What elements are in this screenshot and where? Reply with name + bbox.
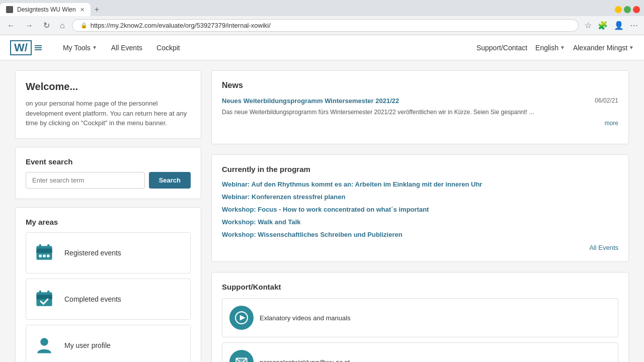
search-input[interactable] xyxy=(26,172,145,189)
program-item-2[interactable]: Workshop: Focus - How to work concentrat… xyxy=(222,206,618,213)
svg-rect-4 xyxy=(39,254,42,257)
welcome-title: Welcome... xyxy=(26,81,191,93)
all-events-link[interactable]: All Events xyxy=(589,244,618,251)
news-item-title[interactable]: Neues Weiterbildungsprogramm Wintersemes… xyxy=(222,97,399,105)
play-icon xyxy=(235,311,248,324)
forward-button[interactable]: → xyxy=(22,20,36,31)
logo-line-2 xyxy=(35,47,42,48)
user-menu[interactable]: Alexander Mingst ▼ xyxy=(573,44,634,52)
extensions-button[interactable]: 🧩 xyxy=(596,20,610,31)
logo-text: W/ xyxy=(10,40,32,55)
tab-favicon xyxy=(6,6,13,13)
header-right: Support/Contact English ▼ Alexander Ming… xyxy=(476,44,634,52)
support-card: Support/Kontakt Exlanatory videos and ma… xyxy=(211,272,629,362)
more-options-button[interactable]: ⋯ xyxy=(628,20,640,31)
close-button[interactable] xyxy=(633,6,640,13)
news-item-date: 06/02/21 xyxy=(595,97,618,104)
svg-rect-9 xyxy=(39,290,41,295)
my-tools-dropdown-arrow: ▼ xyxy=(92,45,97,50)
svg-marker-13 xyxy=(240,315,246,321)
lock-icon: 🔒 xyxy=(80,22,88,29)
main-nav: My Tools ▼ All Events Cockpit xyxy=(57,40,186,56)
main-content: Welcome... on your personal home page of… xyxy=(0,60,644,362)
language-selector[interactable]: English ▼ xyxy=(535,44,565,52)
logo-line-1 xyxy=(35,45,42,46)
minimize-button[interactable] xyxy=(615,6,622,13)
browser-toolbar: ← → ↻ ⌂ 🔒 https://my.2know2.com/evaluate… xyxy=(0,16,644,35)
svg-rect-2 xyxy=(39,244,41,248)
language-dropdown-arrow: ▼ xyxy=(560,45,565,50)
email-icon-circle xyxy=(229,350,254,362)
news-item-body: Das neue Weiterbildungsprogramm fürs Win… xyxy=(222,108,618,117)
program-item-4[interactable]: Workshop: Wissenschaftliches Schreiben u… xyxy=(222,231,618,238)
logo-lines xyxy=(35,45,42,50)
user-icon xyxy=(35,336,54,355)
program-item-3[interactable]: Workshop: Walk and Talk xyxy=(222,218,618,226)
user-dropdown-arrow: ▼ xyxy=(629,45,634,50)
user-profile-label: My user profile xyxy=(64,341,111,349)
support-contact-link[interactable]: Support/Contact xyxy=(476,44,527,52)
welcome-text: on your personal home page of the person… xyxy=(26,99,191,128)
calendar-check-icon xyxy=(35,290,54,309)
event-search-title: Event search xyxy=(26,157,191,166)
user-profile-item[interactable]: My user profile xyxy=(26,325,191,363)
address-bar[interactable]: 🔒 https://my.2know2.com/evaluate/org/539… xyxy=(72,19,579,32)
new-tab-button[interactable]: + xyxy=(91,3,103,16)
program-title: Currently in the program xyxy=(222,165,618,173)
home-button[interactable]: ⌂ xyxy=(57,20,68,31)
user-profile-button[interactable]: 👤 xyxy=(612,20,626,31)
search-button[interactable]: Search xyxy=(149,172,191,189)
svg-rect-8 xyxy=(36,295,52,299)
my-areas-card: My areas Registered events xyxy=(15,207,201,363)
registered-events-icon xyxy=(32,241,56,265)
support-title: Support/Kontakt xyxy=(222,283,618,291)
toolbar-actions: ☆ 🧩 👤 ⋯ xyxy=(583,20,640,31)
svg-rect-10 xyxy=(47,290,49,295)
news-more-link[interactable]: more xyxy=(605,120,618,127)
active-tab[interactable]: Designtests WU Wien ✕ xyxy=(0,3,91,16)
svg-rect-5 xyxy=(43,254,45,257)
registered-events-label: Registered events xyxy=(64,249,121,257)
program-item-0[interactable]: Webinar: Auf den Rhythmus kommt es an: A… xyxy=(222,180,618,188)
news-more: more xyxy=(222,119,618,127)
all-events-row: All Events xyxy=(222,243,618,251)
email-icon xyxy=(235,355,248,362)
program-item-1[interactable]: Webinar: Konferenzen stressfrei planen xyxy=(222,193,618,201)
event-search-card: Event search Search xyxy=(15,147,201,199)
right-panel: News Neues Weiterbildungsprogramm Winter… xyxy=(211,70,629,362)
all-events-nav[interactable]: All Events xyxy=(105,40,148,56)
svg-rect-3 xyxy=(47,244,49,248)
cockpit-nav[interactable]: Cockpit xyxy=(150,40,186,56)
news-item: Neues Weiterbildungsprogramm Wintersemes… xyxy=(222,97,618,127)
left-panel: Welcome... on your personal home page of… xyxy=(15,70,201,362)
svg-rect-6 xyxy=(47,254,49,257)
bookmark-button[interactable]: ☆ xyxy=(583,20,594,31)
registered-events-item[interactable]: Registered events xyxy=(26,232,191,274)
play-icon-circle xyxy=(229,306,254,330)
support-videos-label: Exlanatory videos and manuals xyxy=(260,314,351,322)
back-button[interactable]: ← xyxy=(4,20,18,31)
completed-events-icon xyxy=(32,287,56,311)
news-title: News xyxy=(222,81,618,90)
logo-line-3 xyxy=(35,49,42,50)
completed-events-label: Completed events xyxy=(64,295,121,303)
support-videos-item[interactable]: Exlanatory videos and manuals xyxy=(222,298,618,337)
program-card: Currently in the program Webinar: Auf de… xyxy=(211,154,629,262)
tab-title: Designtests WU Wien xyxy=(17,6,76,13)
welcome-card: Welcome... on your personal home page of… xyxy=(15,70,201,139)
news-card: News Neues Weiterbildungsprogramm Winter… xyxy=(211,70,629,144)
search-row: Search xyxy=(26,172,191,189)
browser-chrome: Designtests WU Wien ✕ + ← → ↻ ⌂ 🔒 https:… xyxy=(0,0,644,35)
support-email-item[interactable]: personalentwicklung@wu.ac.at xyxy=(222,342,618,362)
reload-button[interactable]: ↻ xyxy=(40,20,53,31)
news-item-header: Neues Weiterbildungsprogramm Wintersemes… xyxy=(222,97,618,105)
calendar-icon xyxy=(35,243,54,262)
tab-close-button[interactable]: ✕ xyxy=(80,7,85,13)
app-logo: W/ xyxy=(10,40,42,55)
my-tools-nav[interactable]: My Tools ▼ xyxy=(57,40,103,56)
user-profile-icon xyxy=(32,333,56,357)
svg-rect-1 xyxy=(36,248,52,253)
window-controls xyxy=(615,6,644,13)
completed-events-item[interactable]: Completed events xyxy=(26,279,191,320)
maximize-button[interactable] xyxy=(624,6,631,13)
